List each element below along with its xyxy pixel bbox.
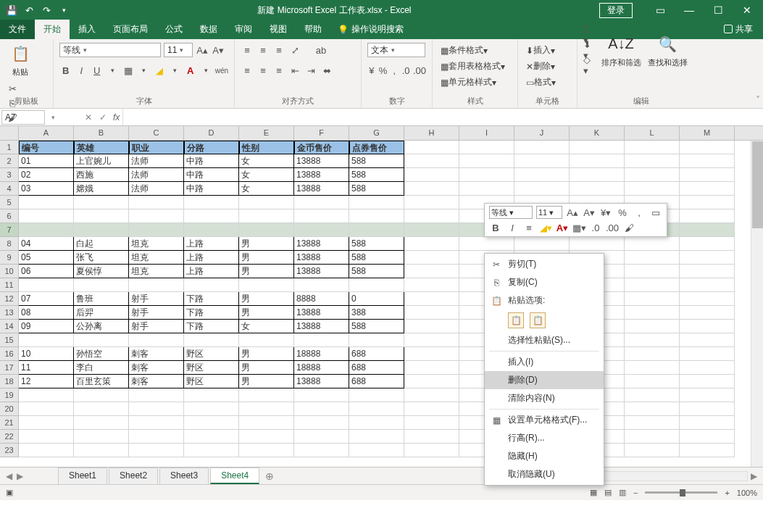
cell[interactable] [184, 333, 239, 347]
cell[interactable] [625, 375, 680, 388]
cell[interactable] [680, 141, 735, 154]
cell[interactable] [514, 182, 570, 196]
cell[interactable] [404, 237, 459, 251]
login-button[interactable]: 登录 [599, 3, 633, 18]
cell[interactable] [294, 333, 349, 347]
cell[interactable] [349, 388, 404, 402]
decrease-indent-icon[interactable]: ⇤ [288, 64, 301, 77]
cell[interactable] [349, 416, 404, 430]
cell[interactable]: 588 [349, 182, 404, 196]
cell[interactable]: 射手 [129, 306, 184, 320]
cell[interactable] [404, 141, 459, 154]
cell[interactable] [404, 154, 459, 168]
cell[interactable] [239, 388, 294, 402]
row-header[interactable]: 13 [0, 306, 19, 320]
ctx-format-cells[interactable]: ▦设置单元格格式(F)... [485, 411, 604, 429]
format-as-table-button[interactable]: ▦ 套用表格格式 ▾ [438, 59, 512, 73]
column-header[interactable]: E [239, 126, 294, 140]
mini-bold-icon[interactable]: B [489, 221, 502, 234]
cell[interactable]: 13888 [294, 306, 349, 320]
cell[interactable] [349, 430, 404, 444]
cell[interactable] [570, 141, 625, 154]
cell[interactable]: 点券售价 [349, 141, 404, 154]
cell[interactable]: 0 [349, 292, 404, 306]
cell[interactable]: 射手 [129, 292, 184, 306]
row-header[interactable]: 12 [0, 292, 19, 306]
cell[interactable] [625, 306, 680, 320]
cell[interactable] [404, 333, 459, 347]
cell[interactable]: 上路 [184, 265, 239, 278]
cell[interactable] [625, 416, 680, 430]
cell[interactable] [680, 402, 735, 416]
tab-home[interactable]: 开始 [35, 20, 70, 39]
bold-icon[interactable]: B [59, 64, 72, 77]
cell[interactable]: 男 [239, 347, 294, 361]
merge-icon[interactable]: ⬌ [320, 64, 333, 77]
cell[interactable] [19, 196, 74, 209]
row-header[interactable]: 22 [0, 430, 19, 444]
cell[interactable]: 588 [349, 320, 404, 333]
cell[interactable] [349, 278, 404, 292]
cell[interactable] [404, 430, 459, 444]
cell[interactable]: 8888 [294, 292, 349, 306]
cell[interactable] [680, 223, 735, 237]
cell[interactable] [74, 388, 129, 402]
cell[interactable] [349, 402, 404, 416]
record-macro-icon[interactable]: ▣ [6, 488, 13, 497]
view-page-layout-icon[interactable]: ▤ [604, 488, 612, 497]
cell[interactable] [570, 237, 625, 251]
cell[interactable]: 男 [239, 361, 294, 375]
cell[interactable]: 男 [239, 237, 294, 251]
cell[interactable]: 688 [349, 375, 404, 388]
mini-percent-icon[interactable]: % [616, 206, 629, 219]
ctx-unhide[interactable]: 取消隐藏(U) [485, 465, 604, 483]
save-icon[interactable]: 💾 [6, 4, 17, 16]
increase-indent-icon[interactable]: ⇥ [304, 64, 317, 77]
sheet-nav-next-icon[interactable]: ▶ [17, 471, 23, 481]
cell[interactable]: 鲁班 [74, 292, 129, 306]
paste-option-default[interactable]: 📋 [508, 312, 524, 328]
row-header[interactable]: 17 [0, 361, 19, 375]
cell[interactable]: 李白 [74, 361, 129, 375]
column-header[interactable]: M [680, 126, 735, 140]
row-header[interactable]: 9 [0, 251, 19, 265]
cell[interactable] [404, 306, 459, 320]
tab-review[interactable]: 审阅 [226, 20, 261, 39]
view-normal-icon[interactable]: ▦ [590, 488, 597, 497]
minimize-icon[interactable]: — [675, 4, 704, 16]
cell[interactable] [514, 141, 570, 154]
cell[interactable] [404, 209, 459, 223]
sheet-tab[interactable]: Sheet3 [159, 467, 209, 484]
cell[interactable]: 03 [19, 182, 74, 196]
cell[interactable] [239, 402, 294, 416]
cell[interactable]: 孙悟空 [74, 347, 129, 361]
cell[interactable] [514, 237, 570, 251]
cell[interactable] [404, 444, 459, 457]
cell[interactable] [570, 182, 625, 196]
cell[interactable]: 上路 [184, 237, 239, 251]
mini-shrink-font-icon[interactable]: A▾ [583, 206, 596, 219]
column-header[interactable]: J [514, 126, 570, 140]
conditional-format-button[interactable]: ▦ 条件格式 ▾ [438, 43, 512, 57]
cell[interactable] [404, 168, 459, 182]
cut-icon[interactable]: ✂ [6, 82, 19, 95]
cell[interactable] [625, 402, 680, 416]
cell[interactable] [74, 416, 129, 430]
border-icon[interactable]: ▦ [122, 64, 135, 77]
cell[interactable] [239, 416, 294, 430]
cell[interactable] [404, 416, 459, 430]
cell[interactable] [680, 168, 735, 182]
mini-inc-decimal-icon[interactable]: .0 [589, 221, 602, 234]
row-header[interactable]: 10 [0, 265, 19, 278]
cell[interactable] [74, 223, 129, 237]
cell[interactable] [625, 278, 680, 292]
column-header[interactable]: A [19, 126, 74, 140]
new-sheet-button[interactable]: ⊕ [261, 470, 278, 482]
tab-layout[interactable]: 页面布局 [104, 20, 157, 39]
cell[interactable]: 13888 [294, 182, 349, 196]
column-header[interactable]: I [459, 126, 514, 140]
cell[interactable] [349, 196, 404, 209]
cell[interactable] [19, 402, 74, 416]
cell[interactable] [404, 347, 459, 361]
row-header[interactable]: 15 [0, 333, 19, 347]
